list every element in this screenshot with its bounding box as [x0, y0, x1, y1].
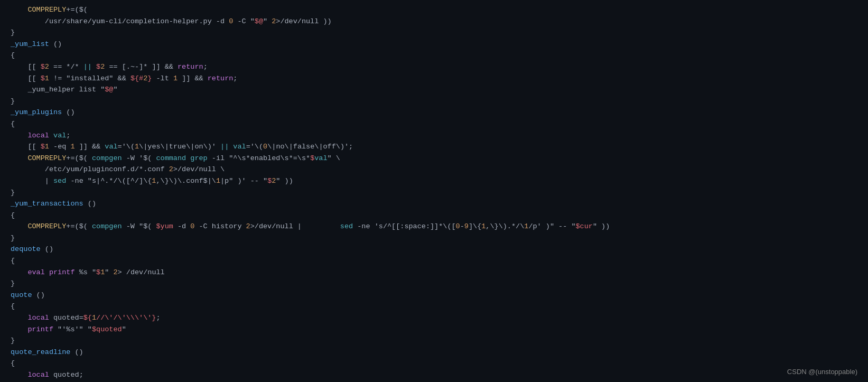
code-line: [[ $1 -eq 1 ]] && val='\(1\|yes\|true\|o…	[0, 141, 868, 153]
code-line: }	[0, 335, 868, 347]
code-line: | sed -ne "s|^.*/\([^/]\{1,\}\)\.conf$|\…	[0, 175, 868, 187]
code-line: _yum_plugins ()	[0, 107, 868, 118]
code-line: {	[0, 118, 868, 130]
code-line: [[ $1 != "installed" && ${#2} -lt 1 ]] &…	[0, 73, 868, 85]
code-content: COMPREPLY+=($( /usr/share/yum-cli/comple…	[0, 4, 868, 382]
code-line: {	[0, 50, 868, 61]
code-line: dequote ()	[0, 244, 868, 255]
code-line: {	[0, 210, 868, 221]
code-line: /usr/share/yum-cli/completion-helper.py …	[0, 16, 868, 27]
code-line: COMPREPLY+=($(	[0, 4, 868, 16]
code-line: quote_readline ()	[0, 347, 868, 358]
code-line: local quoted=${1//\'/\'\\\'\'};	[0, 312, 868, 324]
code-line: _yum_list ()	[0, 39, 868, 50]
code-line: COMPREPLY+=($( compgen -W '$( command gr…	[0, 153, 868, 164]
code-line: _yum_helper list "$@"	[0, 84, 868, 96]
code-line: {	[0, 301, 868, 312]
code-line: }	[0, 27, 868, 39]
code-editor: COMPREPLY+=($( /usr/share/yum-cli/comple…	[0, 0, 868, 382]
code-line: [[ $2 == */* || $2 == [.~-]* ]] && retur…	[0, 61, 868, 73]
code-line: {	[0, 358, 868, 369]
code-line: quote ()	[0, 290, 868, 301]
code-line: eval printf %s "$1" 2> /dev/null	[0, 267, 868, 278]
code-line: /etc/yum/pluginconf.d/*.conf 2>/dev/null…	[0, 164, 868, 175]
code-line: {	[0, 255, 868, 267]
code-line: local quoted;	[0, 369, 868, 381]
code-line: }	[0, 187, 868, 199]
code-line: }	[0, 278, 868, 290]
watermark: CSDN @(unstoppable)	[787, 368, 857, 376]
code-line: COMPREPLY+=($( compgen -W "$( $yum -d 0 …	[0, 221, 868, 232]
code-line: printf "'%s'" "$quoted"	[0, 324, 868, 336]
code-line: _yum_transactions ()	[0, 198, 868, 210]
code-line: }	[0, 232, 868, 244]
code-line: }	[0, 96, 868, 107]
code-line: local val;	[0, 130, 868, 142]
